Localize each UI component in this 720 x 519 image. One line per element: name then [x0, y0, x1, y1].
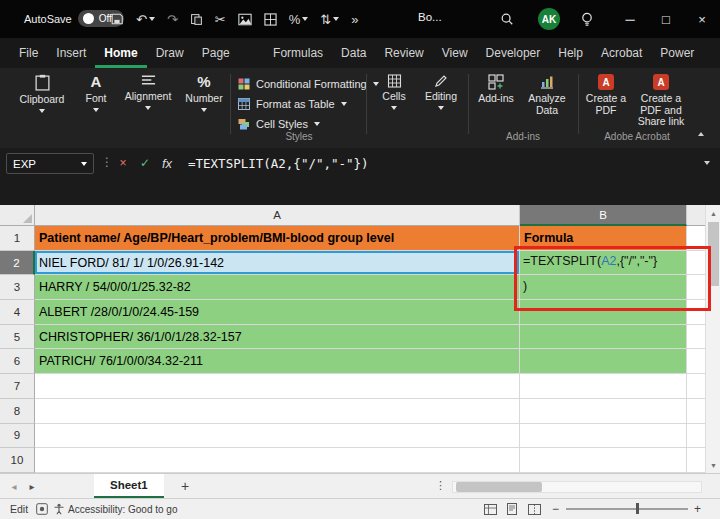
cell-b5[interactable] [520, 325, 687, 350]
normal-view-button[interactable] [482, 502, 498, 516]
alignment-group-button[interactable]: Alignment [120, 74, 176, 110]
page-break-view-button[interactable] [526, 502, 542, 516]
create-pdf-button[interactable]: Create a PDF [584, 74, 628, 116]
cell-b4[interactable] [520, 300, 687, 325]
cell-b6[interactable] [520, 349, 687, 374]
expand-formula-bar-icon[interactable] [704, 161, 710, 165]
tab-power-pivot[interactable]: Power Pivot [651, 38, 720, 68]
prev-sheet-button[interactable]: ◂ [6, 478, 22, 494]
number-group-button[interactable]: % Number [182, 74, 226, 112]
column-header-a[interactable]: A [35, 205, 520, 226]
next-sheet-button[interactable]: ▸ [24, 478, 40, 494]
row-header-1[interactable]: 1 [0, 226, 35, 251]
cells-group-button[interactable]: Cells [374, 74, 414, 110]
borders-button[interactable] [262, 7, 279, 31]
column-header-b[interactable]: B [520, 205, 687, 226]
cell-b7[interactable] [520, 374, 687, 399]
macro-record-button[interactable] [36, 503, 48, 515]
cell-a4[interactable]: ALBERT /28/0/1/0/24.45-159 [35, 300, 520, 325]
account-avatar[interactable]: AK [538, 8, 560, 30]
conditional-formatting-button[interactable]: Conditional Formatting [238, 75, 379, 93]
vertical-scrollbar[interactable]: ▲ ▼ [705, 205, 720, 473]
sheet-tab-sheet1[interactable]: Sheet1 [94, 474, 164, 498]
cell-a8[interactable] [35, 399, 520, 424]
create-pdf-share-button[interactable]: Create a PDF and Share link [632, 74, 690, 128]
tab-developer[interactable]: Developer [477, 38, 550, 68]
zoom-out-button[interactable]: − [552, 502, 559, 516]
tab-acrobat[interactable]: Acrobat [592, 38, 651, 68]
cell-b1[interactable]: Formula [520, 226, 687, 251]
cell-b3[interactable] [520, 275, 687, 300]
row-header-5[interactable]: 5 [0, 325, 35, 350]
formula-input[interactable]: =TEXTSPLIT(A2,{"/","-"}) [188, 156, 369, 171]
undo-button[interactable]: ↶ [134, 7, 157, 31]
cell-a9[interactable] [35, 424, 520, 449]
tab-view[interactable]: View [433, 38, 477, 68]
cell-a6[interactable]: PATRICH/ 76/1/0/0/34.32-211 [35, 349, 520, 374]
add-ins-button[interactable]: Add-ins [474, 74, 518, 105]
minimize-button[interactable]: ─ [612, 0, 648, 38]
tab-data[interactable]: Data [332, 38, 375, 68]
cell-b8[interactable] [520, 399, 687, 424]
name-box[interactable]: EXP [6, 153, 94, 174]
redo-button[interactable]: ↷ [165, 7, 180, 31]
zoom-slider-track[interactable] [566, 508, 688, 510]
row-header-9[interactable]: 9 [0, 424, 35, 449]
scroll-down-icon[interactable]: ▼ [706, 458, 720, 472]
qat-overflow-button[interactable]: » [349, 7, 360, 31]
vertical-scroll-thumb[interactable] [708, 222, 719, 286]
close-button[interactable]: × [684, 0, 720, 38]
analyze-data-button[interactable]: Analyze Data [522, 74, 572, 116]
cell-a5[interactable]: CHRISTOPHER/ 36/1/0/1/28.32-157 [35, 325, 520, 350]
row-header-3[interactable]: 3 [0, 275, 35, 300]
zoom-in-button[interactable]: + [694, 502, 701, 516]
collapse-ribbon-icon[interactable] [698, 132, 704, 136]
select-all-corner[interactable] [0, 205, 35, 226]
accessibility-status[interactable]: Accessibility: Good to go [68, 504, 178, 515]
format-as-table-button[interactable]: Format as Table [238, 95, 347, 113]
row-header-7[interactable]: 7 [0, 374, 35, 399]
accessibility-checker-button[interactable] [53, 503, 65, 515]
save-button[interactable] [108, 7, 126, 31]
row-header-8[interactable]: 8 [0, 399, 35, 424]
insert-function-button[interactable]: fx [158, 154, 176, 172]
editing-group-button[interactable]: Editing [418, 74, 464, 110]
tab-page-layout[interactable]: Page Layout [193, 38, 264, 68]
tab-formulas[interactable]: Formulas [264, 38, 332, 68]
tab-help[interactable]: Help [549, 38, 592, 68]
cell-a7[interactable] [35, 374, 520, 399]
add-sheet-button[interactable]: + [176, 477, 194, 495]
picture-button[interactable] [236, 7, 254, 31]
tab-home[interactable]: Home [95, 38, 146, 68]
tab-review[interactable]: Review [375, 38, 432, 68]
row-header-4[interactable]: 4 [0, 300, 35, 325]
horizontal-scroll-thumb[interactable] [456, 482, 542, 492]
number-format-button[interactable]: % [287, 7, 311, 31]
cell-b2-edit-text[interactable]: =TEXTSPLIT(A2,{"/","-"} [523, 254, 657, 268]
row-header-10[interactable]: 10 [0, 448, 35, 473]
cell-a1[interactable]: Patient name/ Age/BP/Heart_problem/BMI-b… [35, 226, 520, 251]
tell-me-button[interactable] [574, 7, 600, 31]
cut-button[interactable]: ✂ [213, 7, 228, 31]
tab-draw[interactable]: Draw [147, 38, 193, 68]
row-header-6[interactable]: 6 [0, 349, 35, 374]
cell-b10[interactable] [520, 448, 687, 473]
zoom-slider-thumb[interactable] [636, 503, 639, 514]
enter-button[interactable]: ✓ [136, 154, 154, 172]
cell-a3[interactable]: HARRY / 54/0/0/1/25.32-82 [35, 275, 520, 300]
clipboard-group-button[interactable]: Clipboard [16, 74, 68, 113]
search-button[interactable] [494, 7, 520, 31]
cell-a10[interactable] [35, 448, 520, 473]
page-layout-view-button[interactable] [504, 502, 520, 516]
maximize-button[interactable]: □ [648, 0, 684, 38]
tab-file[interactable]: File [10, 38, 47, 68]
cancel-button[interactable]: × [114, 154, 132, 172]
tab-insert[interactable]: Insert [47, 38, 95, 68]
cell-a2[interactable]: NIEL FORD/ 81/ 1/ 1/0/26.91-142 [35, 251, 520, 276]
row-header-2[interactable]: 2 [0, 251, 35, 276]
scroll-up-icon[interactable]: ▲ [706, 206, 720, 220]
cell-b9[interactable] [520, 424, 687, 449]
sort-button[interactable]: ⇅ [318, 7, 341, 31]
copy-button[interactable] [188, 7, 205, 31]
font-group-button[interactable]: A Font [76, 74, 116, 112]
